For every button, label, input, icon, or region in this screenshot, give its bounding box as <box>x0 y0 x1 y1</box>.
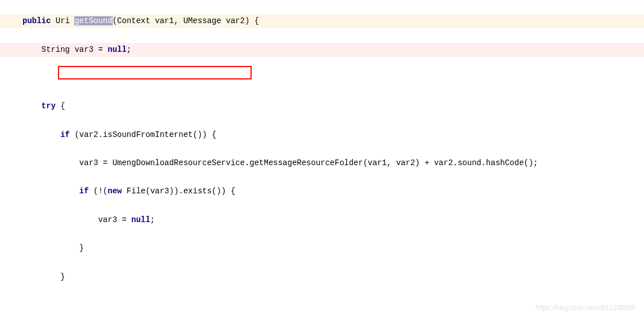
method-name-highlighted[interactable]: getSound <box>74 16 112 25</box>
method-params: (Context var1, UMessage var2) { <box>113 16 259 25</box>
keyword-null: null <box>108 45 127 54</box>
code-line[interactable]: try { <box>0 99 644 113</box>
code-line[interactable]: var3 = UmengDownloadResourceService.getM… <box>0 156 644 170</box>
keyword-try: try <box>42 101 56 110</box>
code-line-empty[interactable] <box>0 71 644 85</box>
semicolon: ; <box>127 45 131 54</box>
brace: } <box>60 272 65 281</box>
statement: var3 = UmengDownloadResourceService.getM… <box>79 158 538 167</box>
statement: var3 = <box>98 215 131 224</box>
type-uri: Uri <box>56 16 70 25</box>
code-editor[interactable]: public Uri getSound(Context var1, UMessa… <box>0 0 644 319</box>
brace: } <box>79 243 84 252</box>
var-decl: var3 = <box>74 45 108 54</box>
code-line[interactable]: } <box>0 270 644 284</box>
code-line[interactable]: String var3 = null; <box>0 43 644 57</box>
text: File(var3)).exists()) { <box>122 187 235 196</box>
keyword-if: if <box>60 130 70 139</box>
code-line[interactable]: if (var2.isSoundFromInternet()) { <box>0 128 644 142</box>
code-line[interactable]: if (!(new File(var3)).exists()) { <box>0 184 644 198</box>
keyword-new: new <box>108 187 122 196</box>
code-line[interactable]: var3 = null; <box>0 213 644 227</box>
keyword-null: null <box>131 215 150 224</box>
condition: (var2.isSoundFromInternet()) { <box>70 130 216 139</box>
text: (!( <box>89 187 108 196</box>
type-string: String <box>42 45 70 54</box>
brace: { <box>56 101 65 110</box>
watermark-text: https://blog.csdn.net/u012230055 <box>536 302 636 314</box>
semicolon: ; <box>150 215 155 224</box>
keyword-public: public <box>23 16 51 25</box>
keyword-if: if <box>79 187 89 196</box>
code-line[interactable]: } <box>0 241 644 255</box>
code-line[interactable]: public Uri getSound(Context var1, UMessa… <box>0 14 644 28</box>
